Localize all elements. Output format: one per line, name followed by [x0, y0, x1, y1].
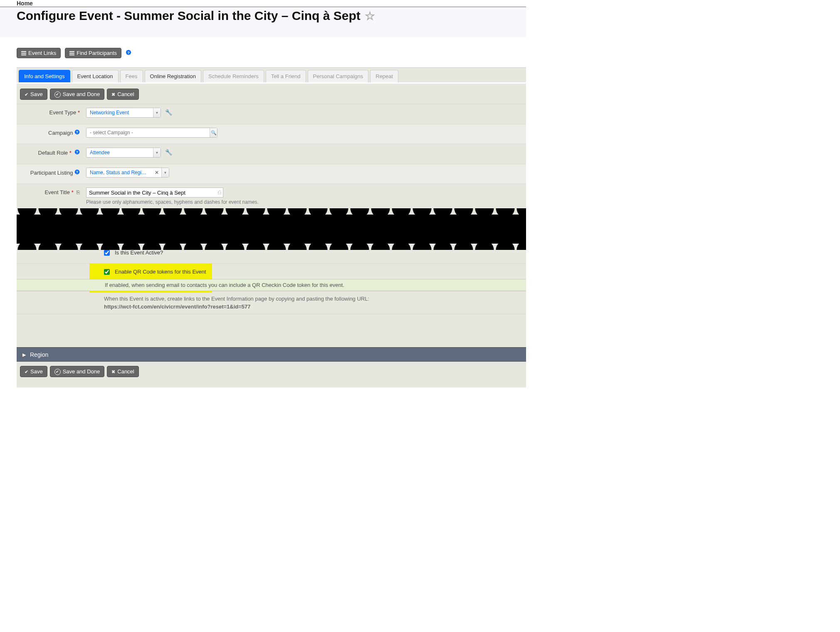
event-type-select[interactable]: Networking Event: [86, 108, 161, 118]
row-participant-listing: Participant Listing ? Name, Status and R…: [17, 164, 526, 184]
participant-listing-value: Name, Status and Regis…: [86, 170, 152, 175]
svg-text:?: ?: [76, 130, 78, 134]
page-header: Configure Event - Summer Social in the C…: [0, 7, 526, 37]
default-role-value: Attendee: [86, 150, 153, 156]
check-circle-icon: [54, 368, 61, 375]
save-button[interactable]: Save: [20, 89, 47, 100]
row-info-url: When this Event is active, create links …: [17, 291, 526, 314]
info-url: https://wct-fct.com/en/civicrm/event/inf…: [104, 304, 522, 310]
top-action-row: Save Save and Done Cancel: [17, 89, 526, 104]
help-icon[interactable]: ?: [74, 169, 80, 176]
event-type-value: Networking Event: [86, 110, 153, 116]
page-title-text: Configure Event - Summer Social in the C…: [17, 9, 361, 23]
save-label: Save: [30, 368, 43, 375]
tab-online-registration[interactable]: Online Registration: [145, 70, 202, 82]
save-button-bottom[interactable]: Save: [20, 366, 47, 377]
event-title-helper: Please use only alphanumeric, spaces, hy…: [86, 199, 522, 205]
clear-icon[interactable]: ✕: [152, 170, 161, 175]
cancel-button-bottom[interactable]: Cancel: [107, 366, 138, 377]
breadcrumb: Home: [0, 0, 526, 7]
region-accordion[interactable]: ▶ Region: [17, 347, 526, 362]
help-icon[interactable]: ?: [74, 149, 80, 156]
tab-info-settings[interactable]: Info and Settings: [19, 70, 70, 82]
chevron-down-icon: [161, 168, 169, 177]
save-label: Save: [30, 91, 43, 97]
find-participants-button[interactable]: Find Participants: [65, 48, 121, 58]
label-event-title: Event Title * ⎘: [21, 188, 84, 195]
search-icon: [210, 128, 217, 137]
info-text: When this Event is active, create links …: [104, 296, 522, 302]
required-asterisk: *: [78, 109, 80, 116]
region-label: Region: [30, 351, 48, 358]
is-active-checkbox[interactable]: [104, 250, 110, 256]
chevron-down-icon: [153, 108, 161, 117]
event-links-button[interactable]: Event Links: [17, 48, 61, 58]
check-icon: [25, 368, 28, 375]
participant-listing-select[interactable]: Name, Status and Regis… ✕: [86, 168, 169, 178]
row-event-type: Event Type * Networking Event 🔧: [17, 104, 526, 124]
find-participants-label: Find Participants: [77, 50, 117, 56]
form-area: Save Save and Done Cancel Event Type * N…: [17, 82, 526, 215]
chevron-down-icon: [153, 148, 161, 157]
form-area-lower: Is this Event Active? Enable QR Code tok…: [17, 244, 526, 388]
wrench-icon[interactable]: 🔧: [165, 149, 172, 156]
label-default-role-text: Default Role: [38, 150, 68, 156]
campaign-select[interactable]: - select Campaign -: [86, 128, 217, 138]
row-event-title: Event Title * ⎘ ⎙ Please use only alphan…: [17, 184, 526, 208]
save-done-label: Save and Done: [63, 91, 100, 97]
translate-icon[interactable]: ⎘: [77, 189, 80, 195]
label-event-title-text: Event Title: [44, 189, 70, 195]
tab-event-location[interactable]: Event Location: [72, 70, 119, 82]
is-active-label: Is this Event Active?: [115, 249, 163, 256]
cancel-label: Cancel: [117, 368, 134, 375]
qr-code-helper: If enabled, when sending email to contac…: [17, 279, 526, 291]
label-participant-listing: Participant Listing ?: [21, 168, 84, 176]
check-circle-icon: [54, 91, 61, 98]
svg-text:?: ?: [76, 170, 78, 174]
wrench-icon[interactable]: 🔧: [165, 109, 172, 116]
help-icon[interactable]: ?: [74, 129, 80, 136]
svg-text:?: ?: [127, 50, 130, 55]
torn-edge-divider: [17, 215, 526, 244]
cancel-button[interactable]: Cancel: [107, 89, 138, 100]
row-campaign: Campaign ? - select Campaign -: [17, 124, 526, 144]
label-participant-listing-text: Participant Listing: [30, 170, 73, 176]
tab-tell-a-friend[interactable]: Tell a Friend: [266, 70, 306, 82]
save-done-button-bottom[interactable]: Save and Done: [50, 366, 105, 377]
row-qr-code: Enable QR Code tokens for this Event If …: [17, 263, 526, 291]
event-links-label: Event Links: [28, 50, 56, 56]
event-title-input[interactable]: [86, 188, 223, 198]
label-campaign: Campaign ?: [21, 128, 84, 136]
tab-personal-campaigns[interactable]: Personal Campaigns: [308, 70, 369, 82]
spacer: [17, 314, 526, 347]
input-adornment-icon: ⎙: [218, 189, 221, 195]
svg-text:?: ?: [76, 150, 78, 154]
tab-bar: Info and Settings Event Location Fees On…: [17, 67, 526, 82]
label-event-type-text: Event Type: [49, 109, 77, 116]
campaign-placeholder: - select Campaign -: [86, 130, 210, 136]
save-done-label: Save and Done: [63, 368, 100, 375]
cancel-label: Cancel: [117, 91, 134, 97]
page-title: Configure Event - Summer Social in the C…: [17, 9, 509, 23]
save-done-button[interactable]: Save and Done: [50, 89, 105, 100]
tab-repeat[interactable]: Repeat: [370, 70, 398, 82]
default-role-select[interactable]: Attendee: [86, 148, 161, 158]
qr-code-checkbox[interactable]: [104, 269, 110, 275]
row-default-role: Default Role * ? Attendee 🔧: [17, 144, 526, 164]
tab-fees[interactable]: Fees: [120, 70, 143, 82]
triangle-right-icon: ▶: [22, 352, 26, 358]
favorite-star-icon[interactable]: ☆: [365, 9, 375, 23]
x-icon: [111, 91, 115, 97]
x-icon: [111, 368, 115, 375]
label-default-role: Default Role * ?: [21, 148, 84, 156]
check-icon: [25, 91, 28, 97]
help-icon[interactable]: ?: [126, 49, 131, 57]
top-button-row: Event Links Find Participants ?: [17, 48, 526, 58]
tab-schedule-reminders[interactable]: Schedule Reminders: [203, 70, 264, 82]
bottom-action-row: Save Save and Done Cancel: [17, 362, 526, 381]
menu-icon: [21, 51, 26, 55]
qr-code-label: Enable QR Code tokens for this Event: [115, 269, 206, 275]
required-asterisk: *: [69, 150, 72, 156]
label-campaign-text: Campaign: [48, 130, 73, 136]
menu-icon: [69, 51, 74, 55]
